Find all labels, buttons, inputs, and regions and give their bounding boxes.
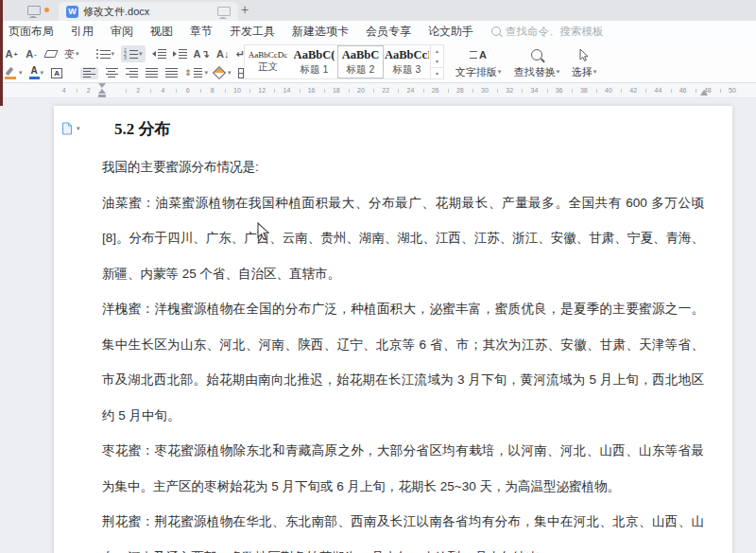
ruler-number: 16 [308,86,316,95]
ruler-tick [398,89,399,93]
dropdown-caret-icon: ▾ [228,65,232,80]
left-indent-marker[interactable] [98,95,106,97]
highlight-color-button[interactable]: ▾ [5,65,23,80]
dropdown-caret-icon: ▾ [112,46,115,61]
document-body: 我国的主要蜜源分布情况是:油菜蜜：油菜蜜源植物在我国种植面积最大、分布最广、花期… [102,149,704,553]
ruler-tick [621,89,622,93]
font-color-button[interactable]: A▾ [29,65,44,80]
ruler-tick [225,89,226,93]
menu-item[interactable]: 新建选项卡 [284,21,357,42]
ruler-number: 40 [605,86,612,95]
dropdown-caret-icon: ▾ [19,65,23,80]
text-direction-button[interactable]: A↴ [194,46,210,61]
distribute-button[interactable] [164,65,178,80]
heading-marker[interactable]: ▾ [61,121,80,136]
screen-share-icon[interactable] [27,6,41,15]
text-layout-button[interactable]: A 文字排版▾ [452,45,505,81]
style-card[interactable]: AaBbC(标题 1 [291,45,337,78]
tab-device-icon [217,7,231,16]
document-tab[interactable]: W 修改文件.docx [59,2,238,21]
command-search[interactable]: 查找命令、搜索模板 [491,25,604,39]
ruler-tick [448,89,449,93]
dropdown-caret-icon: ▾ [557,64,560,79]
first-line-indent-marker[interactable] [98,83,106,88]
phonetic-guide-button[interactable]: 变▾ [64,46,79,61]
ruler-number: 24 [406,86,414,95]
clear-format-button[interactable] [44,46,58,61]
increase-indent-button[interactable] [173,46,187,61]
align-left-icon [83,68,95,78]
magnifier-icon [531,49,542,60]
menu-item[interactable]: 章节 [181,21,221,42]
style-gallery-spinner[interactable]: ▴ ▾ ▾ [430,45,443,78]
style-label: 正文 [258,60,278,74]
document-page[interactable]: ▾ 5.2 分布 我国的主要蜜源分布情况是:油菜蜜：油菜蜜源植物在我国种植面积最… [54,106,732,553]
sort-button[interactable]: A↓ [216,46,230,61]
line-spacing-button[interactable]: ⇕▾ [184,65,208,80]
ruler-tick [324,89,325,93]
ruler-tick [349,89,350,93]
dropdown-caret-icon: ▾ [593,64,597,79]
gallery-more-icon[interactable]: ▾ [431,67,443,78]
style-gallery: AaBbCcDc正文AaBbC(标题 1AaBbC标题 2AaBbCcI标题 3… [244,44,444,79]
menu-item[interactable]: 会员专享 [357,21,420,42]
find-replace-button[interactable]: 查找替换▾ [510,45,563,81]
char-border-button[interactable]: A [50,65,63,80]
menu-item[interactable]: 视图 [142,21,181,42]
ruler-number: 22 [382,86,389,95]
document-text-line: 枣花蜜：枣花蜜源植物除东北和青藏高原之外，大部分省区均有栽培，以河南、河北、山西… [102,433,704,469]
ruler-tick [274,89,275,93]
shading-button[interactable]: ▾ [215,65,232,80]
align-right-button[interactable] [125,65,138,80]
numbered-list-icon: 123 [124,49,138,59]
search-placeholder: 查找命令、搜索模板 [506,25,604,39]
style-card[interactable]: AaBbCcI标题 3 [384,45,430,78]
align-center-button[interactable] [105,65,118,80]
bullet-list-button[interactable]: ▾ [96,46,115,61]
font-increase-button[interactable]: A+ [5,46,18,61]
ruler-tick [472,89,473,93]
ruler-tick [720,89,721,93]
ruler-number: 12 [258,86,266,95]
style-preview: AaBbC [342,48,380,62]
dropdown-caret-icon: ▾ [205,65,209,80]
document-area: ▾ 5.2 分布 我国的主要蜜源分布情况是:油菜蜜：油菜蜜源植物在我国种植面积最… [0,98,756,553]
font-decrease-button[interactable]: A- [25,46,38,61]
ruler-number: 18 [333,86,340,95]
style-card[interactable]: AaBbC标题 2 [337,45,384,78]
tab-bar: W 修改文件.docx + [0,0,756,21]
ruler-number: 14 [283,86,290,95]
ruler-number: 50 [729,86,736,95]
menu-item[interactable]: 开发工具 [221,21,284,42]
ruler-number: 34 [530,86,538,95]
hanging-indent-marker[interactable] [98,89,106,94]
bullet-list-icon [96,49,111,59]
mouse-cursor-icon [256,222,269,241]
ruler-number: 6 [186,86,190,95]
document-text-line: 荆花蜜：荆花蜜源植物在华北、东北南部、西南及长江以南各省均有分布，集中在河北、北… [102,504,704,540]
menu-item[interactable]: 论文助手 [420,21,482,42]
style-label: 标题 1 [301,63,329,77]
ruler-number: 10 [233,86,241,95]
decrease-indent-button[interactable] [152,46,166,61]
char-border-icon: A [51,68,62,78]
justify-button[interactable] [145,65,158,80]
indent-icon [173,51,177,57]
menu-item[interactable]: 审阅 [102,21,142,42]
style-card[interactable]: AaBbCcDc正文 [245,45,291,78]
document-text-line: [8]。分布于四川、广东、广西、云南、贵州、湖南、湖北、江西、江苏、浙江、安徽、… [102,220,704,256]
dropdown-caret-icon: ▾ [498,64,502,79]
menu-item[interactable]: 页面布局 [0,21,62,42]
menu-item[interactable]: 引用 [62,21,102,42]
gallery-down-icon[interactable]: ▾ [431,56,443,66]
align-left-button[interactable] [80,67,98,79]
ruler-number: 4 [161,86,164,95]
numbered-list-button[interactable]: 123 ▾ [121,45,146,62]
select-button[interactable]: 选择▾ [565,45,603,81]
style-preview: AaBbC( [294,48,335,62]
font-color-icon: A [29,66,40,79]
gallery-up-icon[interactable]: ▴ [431,45,443,56]
new-tab-button[interactable]: + [236,1,253,18]
ruler-number: 36 [556,86,563,95]
right-indent-marker[interactable] [700,90,708,95]
